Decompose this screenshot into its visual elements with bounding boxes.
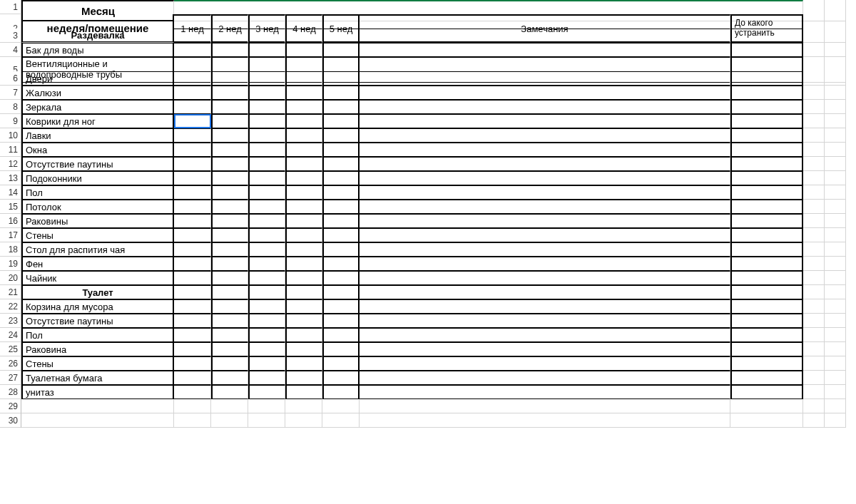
grid-cell[interactable] bbox=[211, 399, 248, 413]
row-header[interactable]: 26 bbox=[0, 356, 21, 371]
grid-cell[interactable] bbox=[174, 356, 211, 371]
grid-cell[interactable] bbox=[174, 299, 211, 314]
grid-cell[interactable] bbox=[248, 228, 285, 242]
grid-cell[interactable] bbox=[285, 71, 322, 86]
grid-cell[interactable] bbox=[285, 314, 322, 328]
grid-cell[interactable] bbox=[211, 257, 248, 271]
grid-cell[interactable] bbox=[285, 214, 322, 228]
grid-cell[interactable] bbox=[825, 314, 846, 328]
grid-cell[interactable] bbox=[211, 43, 248, 57]
grid-cell[interactable] bbox=[248, 86, 285, 100]
grid-cell[interactable] bbox=[285, 86, 322, 100]
grid-cell[interactable] bbox=[174, 285, 211, 299]
grid-cell[interactable] bbox=[360, 314, 730, 328]
grid-cell[interactable] bbox=[803, 385, 825, 399]
grid-cell[interactable] bbox=[174, 171, 211, 185]
grid-cell[interactable] bbox=[360, 257, 730, 271]
grid-cell[interactable] bbox=[730, 128, 803, 143]
item-cell[interactable]: Стены bbox=[21, 228, 174, 242]
grid-cell[interactable] bbox=[211, 100, 248, 114]
grid-cell[interactable] bbox=[825, 29, 846, 43]
grid-cell[interactable] bbox=[248, 100, 285, 114]
grid-cell[interactable] bbox=[174, 143, 211, 157]
grid-cell[interactable] bbox=[174, 413, 211, 428]
grid-cell[interactable] bbox=[360, 100, 730, 114]
grid-cell[interactable] bbox=[825, 299, 846, 314]
grid-cell[interactable] bbox=[211, 157, 248, 171]
grid-cell[interactable] bbox=[322, 100, 360, 114]
row-header[interactable]: 3 bbox=[0, 29, 21, 43]
grid-cell[interactable] bbox=[825, 328, 846, 342]
spreadsheet-grid[interactable]: 1 Месяц 2 неделя/помещение 1 нед 2 нед 3… bbox=[0, 0, 856, 428]
grid-cell[interactable] bbox=[174, 228, 211, 242]
grid-cell[interactable] bbox=[322, 399, 360, 413]
grid-cell[interactable] bbox=[322, 157, 360, 171]
item-cell[interactable]: Бак для воды bbox=[21, 43, 174, 57]
grid-cell[interactable] bbox=[803, 171, 825, 185]
grid-cell[interactable] bbox=[803, 43, 825, 57]
grid-cell[interactable] bbox=[730, 356, 803, 371]
grid-cell[interactable] bbox=[730, 114, 803, 128]
grid-cell[interactable] bbox=[803, 228, 825, 242]
grid-cell[interactable] bbox=[174, 242, 211, 257]
grid-cell[interactable] bbox=[825, 242, 846, 257]
row-header[interactable]: 7 bbox=[0, 86, 21, 100]
grid-cell[interactable] bbox=[322, 299, 360, 314]
grid-cell[interactable] bbox=[248, 299, 285, 314]
grid-cell[interactable] bbox=[285, 114, 322, 128]
grid-cell[interactable] bbox=[803, 157, 825, 171]
grid-cell[interactable] bbox=[285, 399, 322, 413]
grid-cell[interactable] bbox=[360, 242, 730, 257]
grid-cell[interactable] bbox=[211, 171, 248, 185]
row-header[interactable]: 28 bbox=[0, 385, 21, 399]
row-header[interactable]: 16 bbox=[0, 214, 21, 228]
row-header[interactable]: 6 bbox=[0, 71, 21, 86]
grid-cell[interactable] bbox=[803, 356, 825, 371]
item-cell[interactable]: Отсутствие паутины bbox=[21, 157, 174, 171]
grid-cell[interactable] bbox=[360, 214, 730, 228]
grid-cell[interactable] bbox=[211, 86, 248, 100]
grid-cell[interactable] bbox=[825, 285, 846, 299]
row-header[interactable]: 25 bbox=[0, 342, 21, 356]
grid-cell[interactable] bbox=[211, 314, 248, 328]
grid-cell[interactable] bbox=[825, 257, 846, 271]
grid-cell[interactable] bbox=[211, 71, 248, 86]
grid-cell[interactable] bbox=[248, 257, 285, 271]
grid-cell[interactable] bbox=[248, 413, 285, 428]
grid-cell[interactable] bbox=[360, 185, 730, 200]
row-header[interactable]: 13 bbox=[0, 171, 21, 185]
grid-cell[interactable] bbox=[174, 385, 211, 399]
grid-cell[interactable] bbox=[248, 399, 285, 413]
grid-cell[interactable] bbox=[730, 399, 803, 413]
grid-cell[interactable] bbox=[285, 271, 322, 285]
row-header[interactable]: 24 bbox=[0, 328, 21, 342]
grid-cell[interactable] bbox=[248, 185, 285, 200]
row-header[interactable]: 23 bbox=[0, 314, 21, 328]
item-cell[interactable]: Пол bbox=[21, 185, 174, 200]
grid-cell[interactable] bbox=[248, 371, 285, 385]
grid-cell[interactable] bbox=[803, 314, 825, 328]
grid-cell[interactable] bbox=[803, 257, 825, 271]
grid-cell[interactable] bbox=[174, 128, 211, 143]
item-cell[interactable]: Чайник bbox=[21, 271, 174, 285]
grid-cell[interactable] bbox=[248, 71, 285, 86]
grid-cell[interactable] bbox=[322, 43, 360, 57]
grid-cell[interactable] bbox=[825, 128, 846, 143]
grid-cell[interactable] bbox=[211, 29, 248, 43]
grid-cell[interactable] bbox=[825, 399, 846, 413]
item-cell[interactable]: Жалюзи bbox=[21, 86, 174, 100]
grid-cell[interactable] bbox=[825, 371, 846, 385]
grid-cell[interactable] bbox=[21, 399, 174, 413]
grid-cell[interactable] bbox=[174, 328, 211, 342]
grid-cell[interactable] bbox=[211, 413, 248, 428]
grid-cell[interactable] bbox=[360, 342, 730, 356]
grid-cell[interactable] bbox=[285, 128, 322, 143]
item-cell[interactable]: Пол bbox=[21, 328, 174, 342]
grid-cell[interactable] bbox=[803, 128, 825, 143]
grid-cell[interactable] bbox=[825, 157, 846, 171]
grid-cell[interactable] bbox=[803, 242, 825, 257]
grid-cell[interactable] bbox=[825, 342, 846, 356]
grid-cell[interactable] bbox=[360, 171, 730, 185]
grid-cell[interactable] bbox=[248, 328, 285, 342]
grid-cell[interactable] bbox=[322, 242, 360, 257]
